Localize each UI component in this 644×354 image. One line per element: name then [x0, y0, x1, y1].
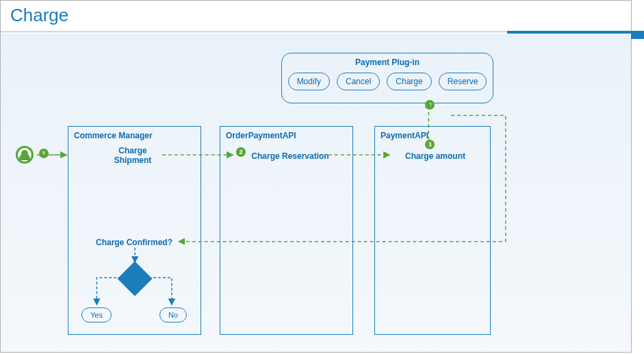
node-charge-shipment: Charge Shipment	[102, 146, 164, 165]
step-badge-3: 3	[425, 140, 435, 149]
node-charge-confirmed-label: Charge Confirmed?	[96, 238, 172, 247]
step-badge-4: 4	[425, 100, 435, 110]
page-frame: Charge Payment Plug-in Modify Cancel Cha…	[0, 0, 632, 353]
node-charge-amount: Charge amount	[394, 151, 476, 161]
lane-commerce-title: Commerce Manager	[68, 127, 201, 144]
plugin-container: Payment Plug-in Modify Cancel Charge Res…	[281, 53, 493, 103]
plugin-action-reserve: Reserve	[439, 73, 487, 90]
plugin-title: Payment Plug-in	[282, 53, 493, 67]
node-charge-confirmed: Charge Confirmed?	[90, 238, 179, 247]
diagram-canvas: Payment Plug-in Modify Cancel Charge Res…	[1, 34, 631, 352]
decision-yes-label: Yes	[90, 311, 103, 319]
plugin-actions-row: Modify Cancel Charge Reserve	[282, 67, 493, 99]
node-charge-reservation: Charge Reservation	[246, 151, 335, 161]
plugin-action-modify: Modify	[288, 73, 330, 90]
node-charge-reservation-label: Charge Reservation	[251, 151, 329, 161]
plugin-action-charge: Charge	[387, 73, 431, 90]
step-badge-1: 1	[39, 149, 49, 158]
page-title: Charge	[1, 1, 631, 32]
lane-orderpay-title: OrderPaymentAPI	[220, 127, 352, 144]
decision-yes: Yes	[81, 307, 112, 323]
node-charge-shipment-label: Charge Shipment	[114, 146, 152, 165]
node-charge-amount-label: Charge amount	[405, 151, 465, 161]
step-badge-2: 2	[236, 147, 246, 157]
plugin-action-cancel: Cancel	[337, 73, 380, 90]
decision-no-label: No	[168, 311, 178, 319]
actor-user-icon	[16, 146, 34, 164]
decision-no: No	[159, 307, 187, 323]
